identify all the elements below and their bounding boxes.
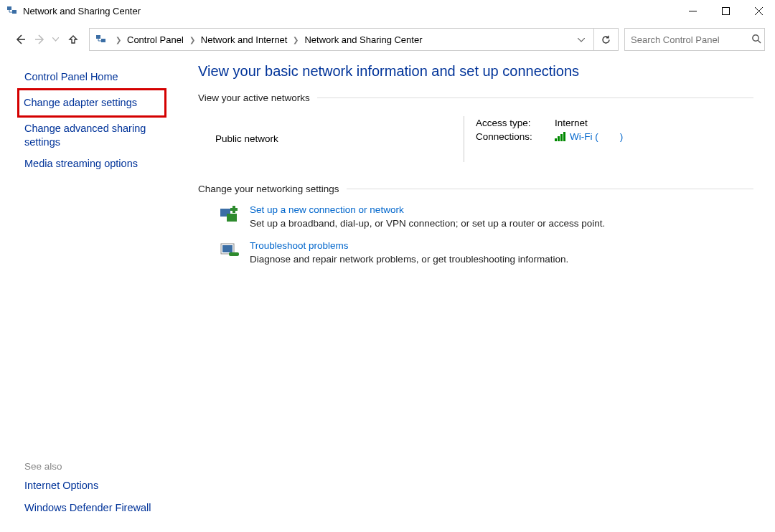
change-settings-section-header: Change your networking settings <box>198 184 753 194</box>
network-details: Access type: Internet Connections: Wi-Fi… <box>476 116 623 162</box>
svg-rect-0 <box>7 6 11 10</box>
up-button[interactable] <box>63 29 83 49</box>
see-also-internet-options[interactable]: Internet Options <box>24 475 161 497</box>
network-sharing-icon <box>6 4 19 17</box>
search-input[interactable] <box>631 34 751 45</box>
svg-rect-3 <box>722 7 729 14</box>
svg-rect-13 <box>227 214 237 222</box>
connection-link[interactable]: Wi-Fi ( ) <box>570 131 623 142</box>
minimize-button[interactable] <box>676 0 709 22</box>
active-network-block: Public network Access type: Internet Con… <box>198 116 753 162</box>
connections-label: Connections: <box>476 131 555 142</box>
sidebar-item-media-streaming[interactable]: Media streaming options <box>24 153 161 175</box>
sidebar-item-change-advanced-sharing[interactable]: Change advanced sharing settings <box>24 118 161 153</box>
sidebar-item-control-panel-home[interactable]: Control Panel Home <box>24 66 161 88</box>
maximize-button[interactable] <box>709 0 742 22</box>
chevron-right-icon[interactable]: ❯ <box>185 36 199 44</box>
section-label: View your active networks <box>198 92 310 103</box>
chevron-right-icon[interactable]: ❯ <box>111 36 126 44</box>
see-also-heading: See also <box>24 457 161 475</box>
breadcrumb-network-sharing[interactable]: Network and Sharing Center <box>303 34 423 45</box>
sidebar-item-label: Change adapter settings <box>24 97 137 108</box>
recent-dropdown-icon[interactable] <box>50 29 60 49</box>
window-title: Network and Sharing Center <box>23 6 676 16</box>
setting-desc: Set up a broadband, dial-up, or VPN conn… <box>250 218 605 229</box>
refresh-button[interactable] <box>594 28 619 51</box>
access-type-label: Access type: <box>476 118 555 128</box>
network-sharing-icon <box>94 32 108 47</box>
sidebar-item-label: Windows Defender Firewall <box>24 502 151 513</box>
active-networks-section-header: View your active networks <box>198 92 753 103</box>
see-also-defender-firewall[interactable]: Windows Defender Firewall <box>24 497 161 519</box>
search-icon[interactable] <box>751 34 761 46</box>
chevron-right-icon[interactable]: ❯ <box>288 36 303 44</box>
breadcrumb-control-panel[interactable]: Control Panel <box>126 34 185 45</box>
access-type-value: Internet <box>555 118 588 128</box>
svg-point-10 <box>753 34 758 40</box>
setting-title: Set up a new connection or network <box>250 204 605 215</box>
address-history-dropdown[interactable] <box>573 35 589 44</box>
search-box[interactable] <box>624 28 765 51</box>
titlebar: Network and Sharing Center <box>0 0 775 22</box>
sidebar-item-label: Change advanced sharing settings <box>24 123 146 148</box>
svg-rect-15 <box>230 208 238 211</box>
content-area: Control Panel Home Change adapter settin… <box>0 53 775 532</box>
setting-desc: Diagnose and repair network problems, or… <box>250 254 568 265</box>
back-button[interactable] <box>10 29 30 49</box>
sidebar-item-change-adapter-settings[interactable]: Change adapter settings <box>17 88 166 118</box>
address-bar[interactable]: ❯ Control Panel ❯ Network and Internet ❯… <box>89 28 594 51</box>
setting-title: Troubleshoot problems <box>250 240 568 251</box>
svg-line-11 <box>758 40 761 43</box>
close-button[interactable] <box>742 0 775 22</box>
setting-new-connection[interactable]: Set up a new connection or network Set u… <box>218 204 753 229</box>
troubleshoot-icon <box>218 240 241 263</box>
divider <box>317 98 753 98</box>
vertical-divider <box>464 116 464 162</box>
sidebar-item-label: Control Panel Home <box>24 71 118 82</box>
svg-rect-8 <box>96 35 100 39</box>
main-panel: View your basic network information and … <box>172 53 775 532</box>
window-controls <box>676 0 775 22</box>
network-type: Public network <box>198 116 464 162</box>
forward-button[interactable] <box>30 29 50 49</box>
page-heading: View your basic network information and … <box>198 63 753 80</box>
svg-rect-18 <box>229 252 239 256</box>
wifi-signal-icon <box>555 132 565 141</box>
breadcrumb-network-internet[interactable]: Network and Internet <box>199 34 289 45</box>
svg-rect-17 <box>222 245 232 252</box>
section-label: Change your networking settings <box>198 184 339 194</box>
sidebar-item-label: Media streaming options <box>24 158 138 169</box>
setting-troubleshoot[interactable]: Troubleshoot problems Diagnose and repai… <box>218 240 753 265</box>
sidebar-item-label: Internet Options <box>24 480 98 491</box>
divider <box>347 189 753 189</box>
sidebar: Control Panel Home Change adapter settin… <box>0 53 172 532</box>
new-connection-icon <box>218 204 241 227</box>
navigation-bar: ❯ Control Panel ❯ Network and Internet ❯… <box>0 26 775 53</box>
